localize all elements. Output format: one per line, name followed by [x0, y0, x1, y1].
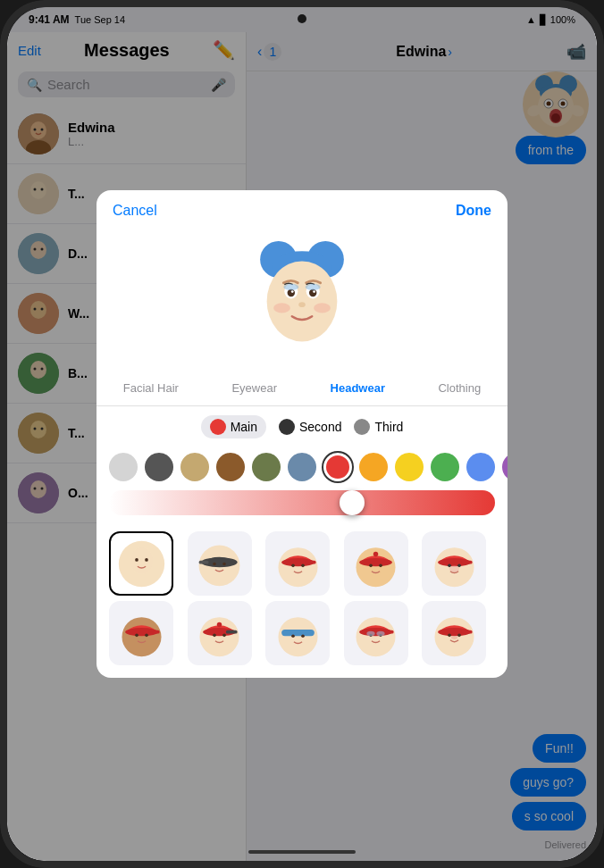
svg-point-85	[135, 633, 138, 637]
svg-rect-84	[147, 630, 159, 633]
memoji-editor-modal: Cancel Done	[96, 190, 508, 678]
svg-rect-106	[461, 630, 473, 633]
swatch-green[interactable]	[431, 453, 459, 481]
memoji-preview-area	[96, 226, 508, 371]
headwear-item-4[interactable]	[344, 531, 408, 596]
svg-point-58	[130, 547, 153, 573]
headwear-item-1[interactable]	[109, 531, 173, 596]
svg-point-103	[377, 630, 385, 636]
done-button[interactable]: Done	[456, 203, 491, 219]
swatch-blue[interactable]	[466, 453, 495, 481]
svg-point-54	[314, 303, 331, 313]
svg-rect-94	[281, 629, 315, 635]
svg-point-60	[145, 558, 148, 562]
svg-point-56	[306, 284, 321, 291]
svg-point-97	[357, 617, 396, 656]
color-option-main[interactable]: Main	[201, 415, 266, 438]
tab-headwear[interactable]: Headwear	[323, 378, 392, 398]
third-color-dot	[354, 419, 370, 435]
svg-rect-89	[226, 630, 238, 633]
svg-point-53	[273, 303, 290, 313]
svg-point-50	[291, 290, 294, 293]
color-option-second[interactable]: Second	[279, 419, 341, 435]
swatch-red[interactable]	[323, 453, 352, 481]
swatch-orange[interactable]	[359, 453, 388, 481]
swatch-brown[interactable]	[216, 453, 245, 481]
svg-point-75	[379, 563, 382, 567]
svg-point-86	[145, 633, 148, 637]
headwear-item-10[interactable]	[422, 601, 486, 665]
svg-point-80	[457, 563, 461, 567]
svg-point-66	[278, 547, 317, 587]
svg-point-64	[213, 562, 216, 565]
svg-point-92	[222, 633, 226, 637]
cancel-button[interactable]: Cancel	[113, 203, 157, 219]
svg-point-65	[222, 562, 226, 565]
home-indicator[interactable]	[248, 850, 356, 854]
headwear-item-3[interactable]	[265, 531, 330, 596]
tab-eyewear[interactable]: Eyewear	[224, 378, 284, 398]
main-color-dot	[210, 419, 226, 435]
svg-point-51	[313, 290, 315, 293]
swatch-dark[interactable]	[145, 453, 173, 481]
svg-point-91	[213, 633, 216, 637]
third-color-label: Third	[374, 420, 403, 434]
swatch-purple[interactable]	[502, 453, 508, 481]
svg-point-102	[367, 630, 375, 636]
color-selector-row: Main Second Third	[96, 406, 508, 447]
svg-point-108	[457, 633, 461, 637]
color-slider-thumb[interactable]	[340, 490, 365, 515]
svg-point-74	[369, 563, 373, 567]
modal-top-bar: Cancel Done	[96, 190, 508, 226]
headwear-item-2[interactable]	[188, 531, 252, 596]
svg-point-93	[278, 617, 317, 656]
svg-point-59	[135, 558, 138, 562]
svg-point-73	[373, 551, 379, 556]
category-tabs: Facial Hair Eyewear Headwear Clothing	[96, 371, 508, 406]
svg-point-52	[298, 302, 306, 307]
second-color-label: Second	[299, 420, 341, 434]
swatch-gray[interactable]	[109, 453, 138, 481]
svg-rect-63	[199, 560, 209, 563]
svg-point-45	[267, 261, 338, 341]
svg-point-82	[122, 617, 161, 656]
svg-point-69	[291, 563, 295, 567]
headwear-item-8[interactable]	[265, 601, 330, 665]
svg-point-107	[448, 633, 451, 637]
color-slider-track[interactable]	[109, 490, 495, 515]
svg-point-79	[448, 563, 451, 567]
color-slider-container	[96, 487, 508, 524]
swatch-tan[interactable]	[180, 453, 209, 481]
svg-rect-68	[305, 560, 316, 563]
svg-point-109	[451, 636, 457, 639]
headwear-item-6[interactable]	[109, 601, 173, 665]
swatch-olive[interactable]	[252, 453, 281, 481]
modal-overlay: Cancel Done	[7, 7, 597, 861]
swatch-yellow[interactable]	[395, 453, 424, 481]
main-color-label: Main	[231, 420, 257, 434]
svg-point-90	[217, 622, 222, 627]
svg-point-55	[283, 284, 298, 291]
svg-point-96	[301, 634, 305, 638]
headwear-item-7[interactable]	[188, 601, 252, 665]
headwear-item-5[interactable]	[422, 531, 486, 596]
color-option-third[interactable]: Third	[354, 419, 403, 435]
color-swatches	[96, 447, 508, 487]
tab-facial-hair[interactable]: Facial Hair	[116, 378, 186, 398]
svg-point-95	[291, 634, 295, 638]
headwear-item-9[interactable]	[344, 601, 408, 665]
svg-point-72	[359, 558, 392, 566]
headwear-grid	[96, 524, 508, 678]
svg-rect-78	[461, 560, 473, 563]
second-color-dot	[279, 419, 295, 435]
swatch-steel-blue[interactable]	[288, 453, 316, 481]
tab-clothing[interactable]: Clothing	[431, 378, 488, 398]
svg-point-70	[301, 563, 305, 567]
